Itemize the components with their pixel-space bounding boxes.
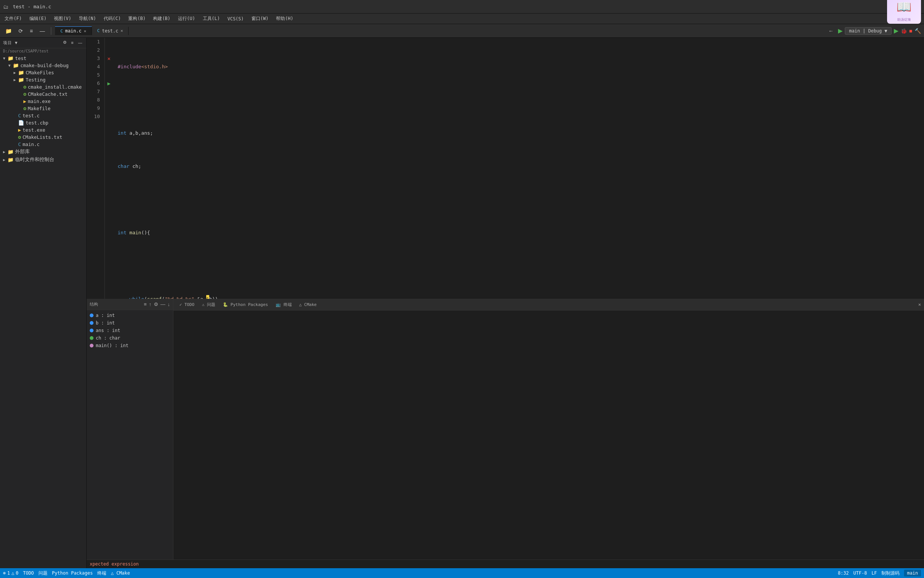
build-button[interactable]: 🔨	[914, 28, 921, 34]
scanf-b: b))	[209, 295, 218, 299]
structure-btn-5[interactable]: ↓	[168, 302, 170, 307]
sidebar-item-test-exe[interactable]: ▶ ▶ test.exe	[0, 127, 86, 133]
status-python-packages[interactable]: Python Packages	[52, 570, 93, 576]
stop-button[interactable]: ■	[909, 28, 912, 34]
menu-help[interactable]: 帮助(H)	[273, 15, 296, 23]
run-green-btn[interactable]: ▶	[894, 27, 898, 34]
sidebar-item-test-cbp[interactable]: ▶ 📄 test.cbp	[0, 119, 86, 127]
struct-item-a[interactable]: a : int	[87, 312, 173, 319]
title-bar: 🗂 test - main.c 📖 助汤绽漪	[0, 0, 924, 14]
bottom-tab-todo[interactable]: ✓ TODO	[176, 302, 197, 307]
code-line-2	[118, 96, 919, 104]
menu-tools[interactable]: 工具(L)	[200, 15, 223, 23]
error-marker-line3: ✕	[107, 55, 110, 62]
bottom-tab-python-packages[interactable]: 🐍 Python Packages	[220, 302, 271, 307]
sidebar-item-test[interactable]: ▼ 📁 test	[0, 55, 86, 62]
var-ch: ch;	[132, 162, 141, 170]
tree-arrow-testing: ▶	[12, 78, 17, 82]
sidebar-item-cmake-install[interactable]: ▶ ⚙ cmake_install.cmake	[0, 83, 86, 91]
tree-label-makefile: Makefile	[28, 106, 50, 111]
sidebar-item-cmakefiles[interactable]: ▶ 📁 CMakeFiles	[0, 69, 86, 76]
file-icon-cmakelists: ⚙	[18, 134, 21, 140]
struct-item-b[interactable]: b : int	[87, 319, 173, 327]
bottom-tab-cmake[interactable]: △ CMake	[296, 302, 320, 307]
bottom-tab-problems[interactable]: ⚠ 问题	[199, 302, 218, 307]
struct-item-main[interactable]: main() : int	[87, 342, 173, 349]
menu-vcs[interactable]: VCS(S)	[224, 15, 246, 22]
sidebar-item-external-libs[interactable]: ▶ 📁 外部库	[0, 148, 86, 156]
structure-panel: 结构 ≡ ↑ ⚙ — ↓ a : int b : int	[87, 299, 173, 560]
menu-window[interactable]: 窗口(W)	[248, 15, 272, 23]
code-line-3: int a,b,ans;	[118, 129, 919, 137]
bottom-panel-close-btn[interactable]: ✕	[918, 302, 921, 307]
folder-icon-external: 📁	[8, 149, 14, 155]
back-btn[interactable]: ←	[826, 27, 836, 35]
sidebar-settings-btn[interactable]: ⚙	[62, 40, 68, 45]
structure-btn-2[interactable]: ↑	[149, 302, 152, 307]
toolbar-sync-btn[interactable]: ⟳	[16, 27, 25, 35]
debug-button[interactable]: 🐞	[901, 28, 907, 34]
toolbar-project-btn[interactable]: 📁	[3, 27, 14, 35]
sidebar-item-cmake-build-debug[interactable]: ▼ 📁 cmake-build-debug	[0, 62, 86, 69]
toolbar-collapse-btn[interactable]: ≡	[28, 27, 35, 35]
status-problems[interactable]: 问题	[39, 570, 47, 576]
structure-toolbar: 结构 ≡ ↑ ⚙ — ↓	[87, 299, 173, 310]
code-editor[interactable]: #include<stdio.h> int a,b,ans; char ch;	[113, 38, 924, 299]
struct-dot-a	[90, 313, 94, 317]
title-bar-left: 🗂 test - main.c	[3, 4, 887, 10]
menu-build[interactable]: 构建(B)	[150, 15, 173, 23]
scanf-paren-open: (	[162, 295, 165, 299]
tab-main-c-close[interactable]: ✕	[84, 29, 86, 34]
tab-main-c[interactable]: C main.c ✕	[55, 26, 92, 35]
sidebar-item-main-exe[interactable]: ▶ ▶ main.exe	[0, 98, 86, 105]
sidebar-expand-btn[interactable]: ≡	[70, 41, 74, 45]
structure-btn-4[interactable]: —	[160, 302, 165, 307]
sidebar-minus-btn[interactable]: —	[77, 41, 83, 45]
menu-code[interactable]: 代码(C)	[101, 15, 124, 23]
run-config-selector[interactable]: main | Debug ▼	[845, 27, 891, 35]
status-left: ⊗ 1 △ 0 TODO 问题 Python Packages 终端 △ CMa…	[3, 570, 130, 576]
code-line-7	[118, 262, 919, 270]
code-container[interactable]: 1 2 3 4 5 6 7 8 9 10 ✕	[87, 38, 924, 299]
status-encoding[interactable]: UTF-8	[853, 570, 867, 576]
struct-item-ch[interactable]: ch : char	[87, 334, 173, 342]
menu-nav[interactable]: 导航(N)	[76, 15, 99, 23]
status-cmake[interactable]: △ CMake	[111, 570, 130, 576]
status-errors[interactable]: ⊗ 1 △ 0	[3, 570, 18, 576]
tree-label-cmakecache: CMakeCache.txt	[28, 91, 68, 97]
include-file: <stdio.h>	[141, 63, 168, 71]
var-a: a,b,ans;	[129, 129, 153, 137]
struct-label-main: main() : int	[96, 343, 129, 348]
kw-char: char	[118, 162, 132, 170]
menu-view[interactable]: 视图(V)	[51, 15, 74, 23]
struct-item-ans[interactable]: ans : int	[87, 327, 173, 334]
status-file-type[interactable]: 制制源码	[881, 570, 900, 576]
sidebar-item-main-c[interactable]: ▶ C main.c	[0, 141, 86, 148]
structure-btn-3[interactable]: ⚙	[154, 302, 159, 307]
menu-refactor[interactable]: 重构(B)	[125, 15, 149, 23]
bottom-tab-terminal[interactable]: 📺 终端	[273, 302, 295, 307]
cursor-pos: &	[206, 295, 209, 299]
sidebar-item-testing[interactable]: ▶ 📁 Testing	[0, 76, 86, 83]
status-main[interactable]: main	[904, 570, 921, 576]
status-todo[interactable]: TODO	[23, 570, 34, 576]
sidebar-path: D:/source/CSAPP/test	[0, 48, 86, 55]
tab-test-c[interactable]: C test.c ✕	[92, 27, 129, 35]
sidebar-item-scratch[interactable]: ▶ 📁 临时文件和控制台	[0, 156, 86, 164]
toolbar-minus-btn[interactable]: —	[37, 27, 47, 35]
menu-run[interactable]: 运行(U)	[175, 15, 198, 23]
tab-test-c-close[interactable]: ✕	[121, 28, 123, 33]
structure-btn-1[interactable]: ≡	[144, 302, 147, 307]
run-button[interactable]: ▶	[838, 27, 843, 34]
menu-edit[interactable]: 编辑(E)	[26, 15, 50, 23]
status-position[interactable]: 8:32	[838, 570, 849, 576]
sidebar-item-cmakelists[interactable]: ▶ ⚙ CMakeLists.txt	[0, 133, 86, 141]
status-line-ending[interactable]: LF	[872, 570, 877, 576]
menu-file[interactable]: 文件(F)	[2, 15, 25, 23]
code-line-8: while(scanf("%d %d %c",&a,&b))	[118, 295, 919, 299]
sidebar-item-test-c[interactable]: ▶ C test.c	[0, 112, 86, 119]
status-terminal[interactable]: 终端	[97, 570, 106, 576]
struct-dot-main	[90, 344, 94, 347]
sidebar-item-makefile[interactable]: ▶ ⚙ Makefile	[0, 105, 86, 112]
sidebar-item-cmakecache[interactable]: ▶ ⚙ CMakeCache.txt	[0, 91, 86, 98]
